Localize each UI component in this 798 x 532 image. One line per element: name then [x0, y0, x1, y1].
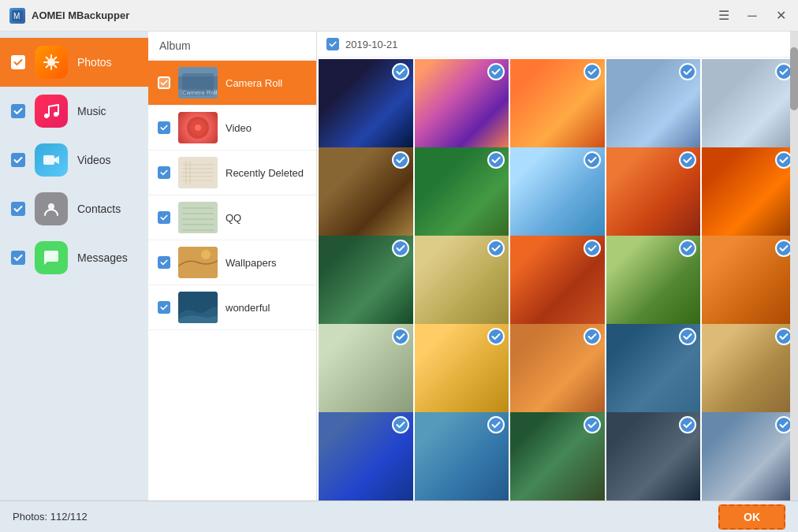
video-check [158, 121, 170, 134]
photo-cell-16[interactable] [319, 324, 413, 419]
svg-rect-13 [43, 155, 54, 165]
qq-check [158, 211, 170, 224]
photo-cell-22[interactable] [415, 412, 509, 500]
sidebar-item-messages[interactable]: Messages [0, 233, 148, 282]
photo-cell-9[interactable] [606, 147, 701, 242]
messages-icon [35, 241, 68, 274]
photo-grid-panel: 2019-10-21 [317, 32, 798, 500]
photo-cell-11[interactable] [319, 236, 413, 330]
photo-grid-header: 2019-10-21 [317, 32, 798, 58]
photo-cell-18[interactable] [510, 324, 605, 419]
photo-cell-6[interactable] [319, 147, 413, 242]
photo-check-badge [584, 151, 601, 169]
menu-button[interactable]: ☰ [716, 8, 732, 24]
title-bar-left: M AOMEI MBackupper [9, 8, 129, 24]
svg-rect-17 [178, 76, 218, 89]
camera-roll-thumb: Camera Roll [178, 67, 218, 99]
svg-rect-30 [178, 202, 218, 233]
app-icon: M [9, 8, 25, 24]
photo-cell-20[interactable] [702, 324, 796, 419]
album-item-recently-deleted[interactable]: Recently Deleted [148, 151, 316, 195]
wonderful-check [158, 301, 170, 314]
photo-cell-1[interactable] [319, 59, 413, 154]
album-item-camera-roll[interactable]: Camera Roll Camera Roll [148, 61, 316, 106]
date-label: 2019-10-21 [345, 39, 398, 50]
photos-label: Photos [77, 56, 112, 69]
photo-cell-17[interactable] [415, 324, 509, 419]
photos-icon [35, 46, 68, 79]
photo-cell-4[interactable] [606, 59, 701, 154]
music-label: Music [77, 105, 106, 117]
photo-check-badge [487, 328, 505, 345]
recently-deleted-label: Recently Deleted [226, 167, 304, 179]
ok-button[interactable]: OK [718, 504, 785, 530]
wallpapers-check [158, 256, 170, 269]
album-panel: Album Camera Roll Camera Roll [148, 32, 317, 500]
app-title: AOMEI MBackupper [32, 9, 129, 21]
videos-icon [35, 143, 68, 177]
window-controls: ☰ ─ ✕ [716, 8, 789, 24]
photo-cell-7[interactable] [415, 147, 509, 242]
photo-check-badge [679, 240, 696, 257]
videos-label: Videos [77, 154, 111, 166]
wonderful-thumb [178, 292, 218, 323]
sidebar-item-photos[interactable]: Photos [0, 38, 148, 87]
contacts-label: Contacts [77, 203, 121, 215]
photo-cell-5[interactable] [702, 59, 796, 154]
photo-cell-8[interactable] [510, 147, 605, 242]
minimize-button[interactable]: ─ [744, 8, 760, 24]
photo-cell-13[interactable] [510, 236, 605, 330]
status-bar: Photos: 112/112 OK [0, 500, 798, 532]
recently-deleted-check [158, 166, 170, 179]
messages-check [11, 251, 25, 265]
left-sidebar: Photos Music [0, 32, 148, 500]
contacts-icon [35, 192, 68, 225]
photo-check-badge [392, 240, 409, 257]
svg-text:Camera Roll: Camera Roll [182, 89, 218, 96]
photo-cell-2[interactable] [415, 59, 509, 154]
album-item-wonderful[interactable]: wonderful [148, 285, 316, 330]
main-container: Photos Music [0, 32, 798, 500]
photos-check [11, 55, 25, 69]
music-icon [35, 95, 68, 128]
sidebar-item-music[interactable]: Music [0, 87, 148, 136]
wonderful-label: wonderful [226, 302, 270, 314]
photo-check-badge [679, 63, 696, 80]
album-item-qq[interactable]: QQ [148, 195, 316, 240]
wallpapers-thumb [178, 247, 218, 278]
scroll-thumb[interactable] [790, 47, 798, 110]
messages-label: Messages [77, 251, 128, 264]
photo-cell-3[interactable] [510, 59, 605, 154]
photo-cell-23[interactable] [510, 412, 605, 500]
video-label: Video [226, 122, 252, 134]
close-button[interactable]: ✕ [773, 8, 789, 24]
photo-check-badge [392, 416, 409, 433]
sidebar-item-contacts[interactable]: Contacts [0, 184, 148, 233]
qq-thumb [178, 202, 218, 233]
music-check [11, 104, 25, 118]
album-item-wallpapers[interactable]: Wallpapers [148, 240, 316, 285]
svg-point-37 [201, 250, 211, 259]
photo-check-badge [487, 151, 505, 169]
photos-count: Photos: 112/112 [13, 511, 88, 523]
album-item-video[interactable]: Video [148, 106, 316, 151]
sidebar-item-videos[interactable]: Videos [0, 136, 148, 184]
svg-point-12 [54, 112, 58, 117]
photo-cell-21[interactable] [319, 412, 413, 500]
photo-cell-24[interactable] [606, 412, 701, 500]
svg-line-10 [54, 58, 56, 59]
photo-cell-12[interactable] [415, 236, 509, 330]
videos-check [11, 153, 25, 167]
photo-cell-10[interactable] [702, 147, 796, 242]
album-panel-header: Album [148, 32, 316, 61]
photo-cell-19[interactable] [606, 324, 701, 419]
photo-cell-14[interactable] [606, 236, 701, 330]
photo-cell-15[interactable] [702, 236, 796, 330]
scrollbar[interactable] [790, 32, 798, 500]
svg-point-11 [44, 113, 49, 118]
camera-roll-check [158, 76, 170, 89]
photo-cell-25[interactable] [702, 412, 796, 500]
svg-text:M: M [13, 12, 20, 20]
photo-check-badge [392, 151, 409, 169]
photo-check-badge [584, 416, 601, 433]
